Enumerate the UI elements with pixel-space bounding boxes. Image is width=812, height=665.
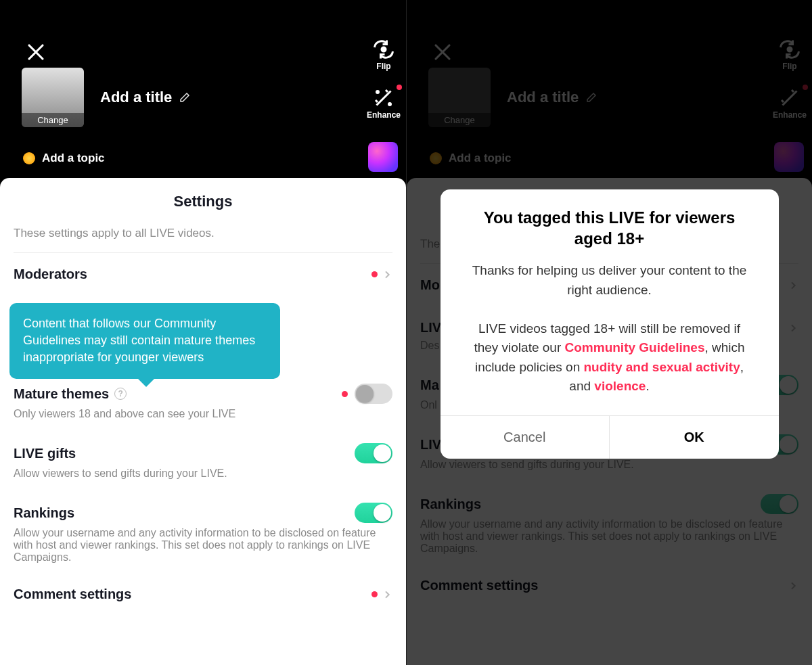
enhance-button[interactable]: Enhance <box>367 86 401 120</box>
modal-title: You tagged this LIVE for viewers aged 18… <box>441 189 779 256</box>
enhance-label: Enhance <box>367 110 401 120</box>
comment-settings-row[interactable]: Comment settings <box>14 573 392 606</box>
moderators-row[interactable]: Moderators <box>14 253 392 286</box>
svg-point-3 <box>388 104 390 106</box>
settings-sheet: Settings These settings apply to all LIV… <box>0 178 406 665</box>
cover-change-button[interactable]: Change <box>22 68 84 127</box>
rankings-desc: Allow your username and any activity inf… <box>14 527 392 564</box>
edit-icon <box>179 91 191 104</box>
ok-button[interactable]: OK <box>610 416 779 459</box>
moderators-label: Moderators <box>14 267 87 282</box>
mature-themes-toggle[interactable] <box>355 384 392 404</box>
close-icon[interactable] <box>26 42 46 65</box>
settings-title: Settings <box>14 193 392 210</box>
screenshot-left: Flip Enhance Change Add a title Add a to… <box>0 0 406 665</box>
rankings-row[interactable]: Rankings <box>14 489 392 527</box>
live-gifts-row[interactable]: LIVE gifts <box>14 430 392 467</box>
add-topic-button[interactable]: Add a topic <box>23 152 391 165</box>
moderators-chevron <box>371 269 392 280</box>
topic-icon <box>23 152 35 164</box>
mature-themes-desc: Only viewers 18 and above can see your L… <box>14 408 392 420</box>
add-topic-label: Add a topic <box>42 152 105 165</box>
screenshot-right: Flip Enhance Change Add a title Add a to… <box>406 0 812 665</box>
red-dot-icon <box>371 271 378 277</box>
live-gifts-toggle[interactable] <box>355 443 392 463</box>
community-guidelines-link[interactable]: Community Guidelines <box>565 340 705 354</box>
live-setup-top: Flip Enhance Change Add a title Add a to… <box>0 0 406 176</box>
side-actions: Flip Enhance <box>367 37 401 120</box>
rankings-toggle[interactable] <box>355 503 392 523</box>
flip-camera-button[interactable]: Flip <box>371 37 396 71</box>
cancel-button[interactable]: Cancel <box>441 416 610 459</box>
flip-label: Flip <box>376 62 390 71</box>
cover-change-label: Change <box>22 113 84 127</box>
live-title-placeholder: Add a title <box>100 89 172 106</box>
info-icon[interactable]: ? <box>114 388 127 400</box>
mature-themes-tooltip: Content that follows our Community Guide… <box>9 303 280 379</box>
nudity-policy-link[interactable]: nudity and sexual activity <box>584 360 740 374</box>
live-gifts-desc: Allow viewers to send gifts during your … <box>14 467 392 480</box>
mature-themes-label: Mature themes <box>14 386 109 402</box>
live-gifts-label: LIVE gifts <box>14 446 76 461</box>
age-tag-modal: You tagged this LIVE for viewers aged 18… <box>441 189 779 459</box>
notification-dot-icon <box>397 85 402 90</box>
violence-policy-link[interactable]: violence <box>594 379 646 393</box>
svg-point-4 <box>376 91 378 93</box>
effects-button[interactable] <box>368 142 398 172</box>
svg-point-2 <box>382 47 386 51</box>
modal-body: Thanks for helping us deliver your conte… <box>441 256 779 415</box>
red-dot-icon <box>371 591 378 597</box>
settings-subtitle: These settings apply to all LIVE videos. <box>14 227 392 253</box>
rankings-label: Rankings <box>14 505 74 521</box>
red-dot-icon <box>342 391 348 397</box>
live-title-input[interactable]: Add a title <box>100 89 191 106</box>
comment-settings-label: Comment settings <box>14 587 131 602</box>
comment-settings-chevron <box>371 589 392 600</box>
